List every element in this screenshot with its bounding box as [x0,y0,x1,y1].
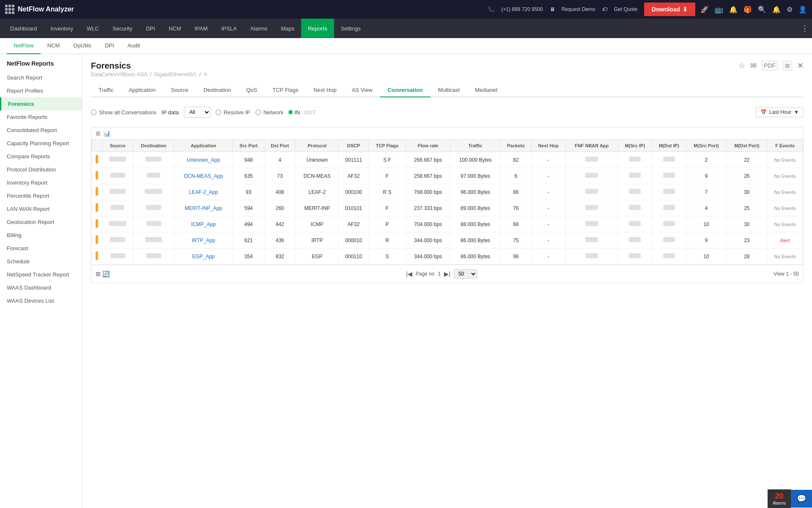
row-application[interactable]: Unknown_App [174,152,233,168]
tab-source[interactable]: Source [163,83,196,97]
nav-ncm[interactable]: NCM [162,19,188,38]
sidebar-item-favorite-reports[interactable]: Favorite Reports [0,110,82,124]
col-protocol[interactable]: Protocol [296,140,339,152]
col-m-src-ip[interactable]: M(Src IP) [618,140,652,152]
application-link[interactable]: MERIT-INP_App [185,205,222,211]
col-fnf-nbar[interactable]: FNF NBAR App [565,140,618,152]
user-icon[interactable]: 👤 [798,6,807,14]
col-m-dst-port[interactable]: M(Dst Port) [727,140,767,152]
resolve-ip-radio[interactable] [216,110,221,115]
tab-as-view[interactable]: AS View [344,83,380,97]
nav-settings[interactable]: Settings [334,19,368,38]
application-link[interactable]: DCN-MEAS_App [184,173,223,179]
sidebar-item-waas-devices[interactable]: WAAS Devices List [0,294,82,307]
col-packets[interactable]: Packets [501,140,531,152]
tab-medianet[interactable]: Medianet [467,83,505,97]
table-icon[interactable]: ⊞ [96,130,101,137]
nav-inventory[interactable]: Inventory [44,19,80,38]
tab-tcp-flags[interactable]: TCP Flags [265,83,306,97]
sidebar-item-report-profiles[interactable]: Report Profiles [0,84,82,97]
close-icon[interactable]: ✕ [797,61,804,70]
application-link[interactable]: EGP_App [192,254,214,260]
application-link[interactable]: LEAF-2_App [189,189,218,195]
col-source[interactable]: Source [102,140,133,152]
chart-icon[interactable]: 📊 [103,130,110,137]
in-label[interactable]: IN [294,109,300,116]
sidebar-item-search-report[interactable]: Search Report [0,71,82,84]
sidebar-item-lan-wan[interactable]: LAN WAN Report [0,202,82,215]
row-application[interactable]: EGP_App [174,248,233,265]
search-icon[interactable]: 🔍 [758,6,766,14]
email-icon[interactable]: ✉ [750,61,757,70]
application-link[interactable]: IRTP_App [192,237,215,243]
monitor2-icon[interactable]: 📺 [715,6,723,14]
sub-nav-audit[interactable]: Audit [121,38,147,54]
row-application[interactable]: MERIT-INP_App [174,200,233,216]
edit-icon[interactable]: ✎ [203,72,208,77]
per-page-select[interactable]: 50 25 100 [454,269,477,279]
sidebar-item-compare-reports[interactable]: Compare Reports [0,150,82,163]
sidebar-item-inventory-report[interactable]: Inventory Report [0,176,82,189]
tab-destination[interactable]: Destination [196,83,239,97]
table-export-icon[interactable]: ⊞ [783,61,792,70]
sub-nav-dpi[interactable]: DPI [98,38,121,54]
tab-next-hop[interactable]: Next Hop [306,83,344,97]
sidebar-item-consolidated-report[interactable]: Consolidated Report [0,124,82,137]
col-m-src-port[interactable]: M(Src Port) [686,140,727,152]
tab-conversation[interactable]: Conversation [380,83,431,97]
sidebar-item-billing[interactable]: Billing [0,229,82,242]
download-button[interactable]: Download ⬇ [644,3,695,16]
row-application[interactable]: IRTP_App [174,232,233,248]
gear-icon[interactable]: ⚙ [787,6,793,14]
nav-dpi[interactable]: DPI [139,19,162,38]
tab-traffic[interactable]: Traffic [91,83,121,97]
application-link[interactable]: ICMP_App [191,221,216,227]
row-application[interactable]: ICMP_App [174,216,233,232]
nav-maps[interactable]: Maps [274,19,301,38]
col-tcp-flags[interactable]: TCP Flags [368,140,406,152]
table-export-btn[interactable]: ⊞ 🔄 [96,271,110,277]
request-demo-link[interactable]: Request Demo [562,6,595,12]
nav-dashboard[interactable]: Dashboard [3,19,44,38]
nav-alarms[interactable]: Alarms [244,19,274,38]
sidebar-item-capacity-planning[interactable]: Capacity Planning Report [0,137,82,150]
tab-application[interactable]: Application [121,83,163,97]
prev-page-button[interactable]: |◀ [406,271,412,277]
col-application[interactable]: Application [174,140,233,152]
col-dscp[interactable]: DSCP [339,140,368,152]
sidebar-item-protocol-distribution[interactable]: Protocol Distribution [0,163,82,176]
alarm-badge[interactable]: 20 Alarms [768,489,791,508]
col-f-events[interactable]: F Events [767,140,803,152]
row-application[interactable]: LEAF-2_App [174,184,233,200]
col-flow-rate[interactable]: Flow rate [406,140,450,152]
bell-icon[interactable]: 🔔 [729,6,738,14]
col-dst-port[interactable]: Dst Port [264,140,296,152]
next-page-button[interactable]: ▶| [444,271,450,277]
nav-ipam[interactable]: IPAM [188,19,214,38]
show-all-radio[interactable] [91,110,96,115]
pdf-icon[interactable]: PDF [762,61,778,70]
col-traffic[interactable]: Traffic [450,140,501,152]
nav-wlc[interactable]: WLC [80,19,106,38]
sidebar-item-geolocation[interactable]: Geolocation Report [0,215,82,229]
sidebar-item-waas-dashboard[interactable]: WAAS Dashboard [0,281,82,294]
sub-nav-oputils[interactable]: OpUtils [66,38,98,54]
star-icon[interactable]: ☆ [738,61,745,70]
gift-icon[interactable]: 🎁 [743,6,752,14]
network-radio[interactable] [255,110,261,115]
nav-security[interactable]: Security [106,19,139,38]
nav-reports[interactable]: Reports [301,19,334,38]
chat-button[interactable]: 💬 [791,490,812,508]
more-icon[interactable]: ⋮ [801,24,809,33]
col-destination[interactable]: Destination [133,140,174,152]
out-label[interactable]: OUT [304,109,315,116]
sub-nav-netflow[interactable]: NetFlow [7,38,41,54]
phone-number[interactable]: (+1) 888 720 9500 [501,6,543,12]
sidebar-item-percentile-report[interactable]: Percentile Report [0,189,82,202]
sidebar-item-forensics[interactable]: Forensics [0,97,82,110]
last-hour-button[interactable]: 📅 Last Hour ▼ [756,107,804,117]
tab-multicast[interactable]: Multicast [431,83,467,97]
sidebar-item-forecast[interactable]: Forecast [0,242,82,255]
sidebar-item-schedule[interactable]: Schedule [0,255,82,268]
alert-icon[interactable]: 🔔 [772,6,781,14]
